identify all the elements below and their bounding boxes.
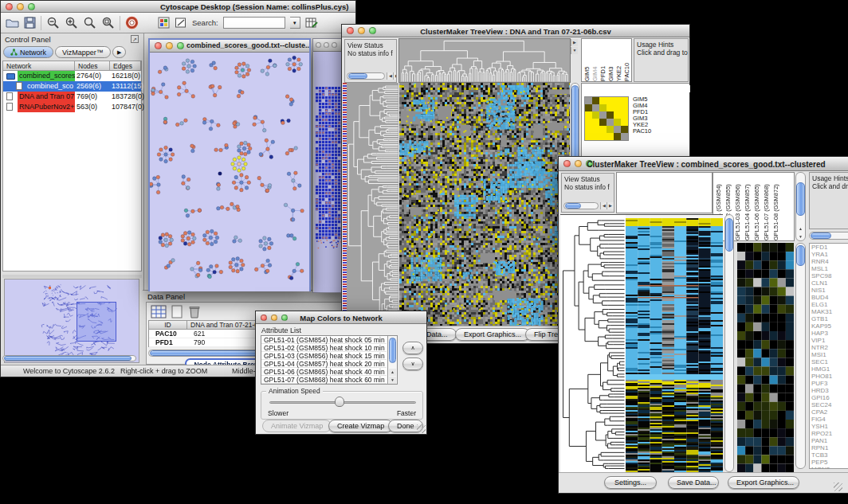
mini-heatmap-cell[interactable]: [592, 104, 599, 111]
gene-label[interactable]: CPA2: [811, 408, 848, 416]
tv2-zoom-heatmap[interactable]: [737, 243, 794, 472]
close-icon[interactable]: [563, 160, 571, 167]
dp-col-id[interactable]: ID: [149, 321, 187, 330]
attribute-option[interactable]: GPL51-02 (GSM855) heat shock 10 min: [261, 344, 387, 352]
mini-heatmap-cell[interactable]: [607, 133, 614, 140]
gene-label[interactable]: CLN1: [811, 279, 848, 287]
gene-label[interactable]: HAP3: [811, 330, 848, 337]
gene-label[interactable]: YRA1: [811, 251, 848, 258]
zoom-in-icon[interactable]: [65, 16, 78, 29]
view-status-hscrollbar[interactable]: [563, 202, 599, 209]
resize-grip[interactable]: [834, 483, 842, 491]
gene-label[interactable]: PAN1: [811, 437, 848, 444]
gene-label[interactable]: RPO21: [811, 430, 848, 437]
mini-heatmap-cell[interactable]: [599, 126, 607, 133]
mini-heatmap-cell[interactable]: [585, 119, 592, 126]
zoom-window-icon[interactable]: [332, 42, 337, 48]
network-row[interactable]: combined_sco 2569(6) 13112(15): [3, 81, 141, 92]
gene-label[interactable]: MSL1: [811, 265, 848, 272]
tv1-row-dendrogram[interactable]: [347, 83, 398, 327]
mini-heatmap-cell[interactable]: [592, 119, 599, 126]
mini-heatmap-cell[interactable]: [607, 104, 614, 111]
vscroll-thumb[interactable]: [796, 182, 805, 216]
create-vizmap-button[interactable]: Create Vizmap: [328, 420, 393, 432]
mini-heatmap-cell[interactable]: [621, 104, 628, 111]
mini-heatmap-cell[interactable]: [621, 97, 628, 104]
gene-label[interactable]: SEC1: [811, 358, 848, 365]
mini-heatmap-cell[interactable]: [607, 111, 614, 119]
similarity-mini-heatmap[interactable]: [584, 96, 629, 141]
gene-label[interactable]: RNR4: [811, 258, 848, 265]
mini-heatmap-cell[interactable]: [614, 111, 621, 119]
gene-label[interactable]: GPI16: [811, 394, 848, 401]
mini-heatmap-cell[interactable]: [592, 111, 599, 119]
mini-heatmap-cell[interactable]: [607, 126, 614, 133]
attribute-option[interactable]: GPL51-06 (GSM865) heat shock 40 min: [261, 368, 387, 376]
gene-label[interactable]: PFD1: [811, 244, 848, 251]
save-icon[interactable]: [24, 17, 36, 29]
search-input[interactable]: [223, 17, 285, 29]
gene-label[interactable]: ELG1: [811, 301, 848, 308]
col-header-nodes[interactable]: Nodes: [75, 61, 110, 71]
treeview1-titlebar[interactable]: ClusterMaker TreeView : DNA and Tran 07-…: [342, 25, 689, 37]
mini-heatmap-cell[interactable]: [599, 97, 607, 104]
annotation-icon[interactable]: [175, 17, 187, 29]
tab-vizmapper[interactable]: VizMapper™: [55, 46, 111, 58]
scroll-up-icon[interactable]: [389, 369, 396, 376]
hscroll-thumb[interactable]: [348, 73, 367, 79]
mini-heatmap-cell[interactable]: [621, 111, 628, 119]
close-icon[interactable]: [316, 42, 321, 48]
main-titlebar[interactable]: Cytoscape Desktop (Session Name: collins…: [1, 1, 355, 13]
network-titlebar[interactable]: combined_scores_good.txt--cluste...: [150, 40, 309, 53]
mini-heatmap-cell[interactable]: [585, 111, 592, 119]
mini-heatmap-cell[interactable]: [621, 133, 628, 140]
tv2-vscrollbar[interactable]: [724, 214, 734, 472]
gene-label[interactable]: MSI1: [811, 351, 848, 358]
move-down-button[interactable]: ∨: [402, 357, 423, 370]
close-icon[interactable]: [6, 3, 13, 10]
gene-label[interactable]: HRD3: [811, 387, 848, 394]
mini-heatmap-cell[interactable]: [614, 104, 621, 111]
minimize-icon[interactable]: [17, 3, 24, 10]
settings-button[interactable]: Settings...: [604, 476, 657, 489]
save-data-button[interactable]: Save Data...: [668, 476, 719, 489]
col-header-network[interactable]: Network: [3, 61, 75, 71]
gene-label[interactable]: HMG1: [811, 365, 848, 373]
animate-vizmap-button[interactable]: Animate Vizmap: [262, 420, 332, 432]
gene-label[interactable]: NTR2: [811, 344, 848, 351]
move-up-button[interactable]: ∧: [402, 342, 423, 354]
gene-label[interactable]: RPN1: [811, 444, 848, 451]
mini-heatmap-cell[interactable]: [585, 97, 592, 104]
mini-heatmap-cell[interactable]: [585, 133, 592, 140]
vizmap-palette-icon[interactable]: [158, 17, 170, 29]
tv2-right-hscrollbar[interactable]: [809, 232, 848, 240]
gene-label[interactable]: MON2: [811, 466, 848, 469]
control-panel-hscrollbar[interactable]: [2, 355, 136, 361]
float-panel-icon[interactable]: ↗: [131, 35, 139, 43]
tv2-heatmap[interactable]: [626, 214, 723, 473]
mini-heatmap-cell[interactable]: [592, 133, 599, 140]
mini-heatmap-cell[interactable]: [621, 119, 628, 126]
scroll-up-icon[interactable]: [797, 225, 804, 232]
mini-heatmap-cell[interactable]: [599, 104, 607, 111]
vscroll-thumb[interactable]: [725, 218, 733, 252]
attribute-option[interactable]: GPL51-04 (GSM857) heat shock 20 min: [261, 360, 387, 368]
mini-heatmap-cell[interactable]: [599, 133, 607, 140]
mini-heatmap-cell[interactable]: [621, 126, 628, 133]
more-tabs-button[interactable]: ▶: [112, 46, 126, 58]
view-status-hscrollbar[interactable]: [347, 72, 385, 80]
gene-label[interactable]: YSH1: [811, 423, 848, 430]
new-attribute-icon[interactable]: [171, 305, 183, 318]
zoom-fit-icon[interactable]: [83, 16, 96, 29]
gene-label[interactable]: BUD4: [811, 294, 848, 301]
dialog-titlebar[interactable]: Map Colors to Network: [256, 311, 426, 324]
help-lifebuoy-icon[interactable]: [125, 16, 139, 29]
mini-heatmap-cell[interactable]: [614, 133, 621, 140]
tab-network[interactable]: Network: [3, 46, 53, 58]
network-canvas[interactable]: [150, 53, 309, 291]
attribute-list-vscrollbar[interactable]: [387, 336, 397, 384]
tv2-row-dendrogram[interactable]: [560, 214, 626, 473]
attribute-option[interactable]: GPL51-07 (GSM868) heat shock 60 min: [261, 376, 387, 384]
gene-label[interactable]: PUF3: [811, 380, 848, 387]
open-folder-icon[interactable]: [6, 17, 19, 29]
